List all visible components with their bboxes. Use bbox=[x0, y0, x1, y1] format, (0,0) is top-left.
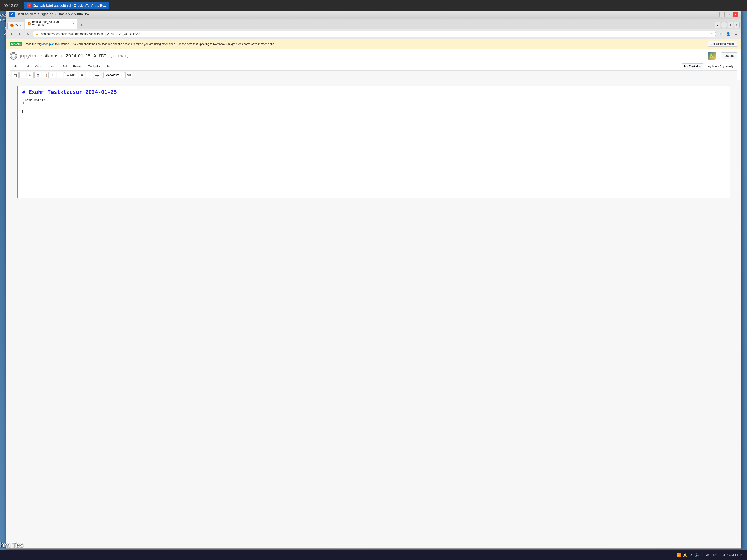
back-button[interactable]: ‹ bbox=[8, 31, 15, 37]
forward-button[interactable]: › bbox=[17, 31, 23, 37]
tab2-close[interactable]: ✕ bbox=[72, 22, 74, 25]
tab1-favicon: 🦊 bbox=[10, 24, 14, 27]
cell-cursor-area bbox=[22, 109, 726, 113]
volume-icon: 🔊 bbox=[695, 553, 699, 557]
tab-ctrl-close[interactable]: ✕ bbox=[734, 22, 740, 28]
browser-tabs-bar: 🦊 Y/ ✕ J testklausur_2024-01-25_AUTO ✕ +… bbox=[6, 19, 741, 29]
cut-cell-button[interactable]: ✂ bbox=[27, 72, 34, 78]
refresh-button[interactable]: ↻ bbox=[25, 31, 31, 37]
cell-heading: # Exahm Testklausur 2024-01-25 bbox=[22, 89, 726, 95]
move-down-button[interactable]: ↓ bbox=[57, 72, 63, 78]
jupyter-toolbar: 💾 + ✂ ⊡ 📋 ↑ ↓ ▶ Run ■ C ▶▶ M bbox=[10, 71, 737, 80]
cell-type-select[interactable]: Markdown ∨ bbox=[103, 72, 125, 78]
migration-plan-link[interactable]: migration plan bbox=[37, 43, 54, 46]
update-badge: UPDATE bbox=[10, 42, 22, 46]
notebook-cell-1[interactable]: # Exahm Testklausur 2024-01-25 Diese Dat… bbox=[17, 86, 730, 198]
address-url: localhost:8888/nbclassic/notebooks/Y/tes… bbox=[40, 32, 709, 36]
bottom-left-partial-text: hm Tes bbox=[0, 541, 23, 549]
browser-content: UPDATE Read the migration plan to Notebo… bbox=[6, 39, 741, 549]
update-text: Read the migration plan to Notebook 7 to… bbox=[25, 42, 705, 46]
tab2-label: testklausur_2024-01-25_AUTO bbox=[32, 20, 71, 27]
tab-scroll-down[interactable]: ∨ bbox=[715, 22, 720, 28]
menu-kernel[interactable]: Kernel bbox=[70, 63, 85, 69]
vbox-window-controls: — □ ✕ bbox=[719, 12, 738, 17]
close-button[interactable]: ✕ bbox=[733, 12, 738, 17]
cell-content-1[interactable]: # Exahm Testklausur 2024-01-25 Diese Dat… bbox=[18, 86, 730, 198]
move-up-button[interactable]: ↑ bbox=[49, 72, 56, 78]
keyboard-shortcut-button[interactable]: ⌨ bbox=[126, 72, 132, 78]
tab-ctrl-minus[interactable]: − bbox=[721, 22, 727, 28]
tab-2[interactable]: J testklausur_2024-01-25_AUTO ✕ bbox=[25, 19, 77, 29]
jupyter-menu-bar: File Edit View Insert Cell Kernel Widget… bbox=[10, 62, 737, 71]
cell-type-label: Markdown bbox=[105, 74, 119, 77]
copy-cell-button[interactable]: ⊡ bbox=[34, 72, 41, 78]
tab-scroll-controls: ∨ − + ✕ bbox=[715, 22, 740, 28]
run-label: Run bbox=[70, 74, 75, 77]
tab-1[interactable]: 🦊 Y/ ✕ bbox=[7, 22, 24, 29]
run-icon: ▶ bbox=[67, 74, 69, 77]
kernel-info-text: Python 3 (ipykernel) ○ bbox=[708, 65, 736, 68]
vbox-app-icon: V bbox=[9, 11, 15, 17]
minimize-button[interactable]: — bbox=[719, 12, 725, 17]
cell-text-line1: Diese Datei: bbox=[22, 98, 726, 102]
bell-icon: 🔔 bbox=[683, 553, 687, 557]
menu-icon[interactable]: ≡ bbox=[733, 31, 739, 37]
not-trusted-button[interactable]: Not Trusted ✏ bbox=[682, 63, 703, 69]
update-banner: UPDATE Read the migration plan to Notebo… bbox=[6, 39, 741, 49]
not-trusted-label: Not Trusted bbox=[684, 65, 698, 68]
desktop: 09:13:02 V DsciLab [wird ausgeführt] - O… bbox=[0, 0, 747, 560]
status-icons: 📶 🔔 🖥 🔊 21 Mai, 09:13 STRG-RECHTS bbox=[677, 553, 743, 557]
kernel-info: Python 3 (ipykernel) ○ bbox=[708, 65, 736, 68]
menu-help[interactable]: Help bbox=[103, 63, 115, 69]
statusbar-date: 21 Mai, 09:13 bbox=[701, 554, 719, 557]
run-button[interactable]: ▶ Run bbox=[64, 72, 78, 78]
maximize-button[interactable]: □ bbox=[726, 12, 731, 17]
browser-extras: 📖 👤 ≡ bbox=[718, 31, 739, 37]
statusbar-strg: STRG-RECHTS bbox=[722, 554, 743, 557]
kernel-area: Not Trusted ✏ | Python 3 (ipykernel) ○ bbox=[682, 63, 737, 69]
new-tab-button[interactable]: + bbox=[78, 22, 85, 29]
tab1-close[interactable]: ✕ bbox=[20, 24, 22, 27]
bookmark-icon[interactable]: ☆ bbox=[710, 32, 713, 36]
tab1-label: Y/ bbox=[15, 24, 18, 27]
logout-button[interactable]: Logout bbox=[721, 52, 737, 59]
tab-ctrl-plus[interactable]: + bbox=[727, 22, 733, 28]
browser-addressbar: ‹ › ↻ 🔒 localhost:8888/nbclassic/noteboo… bbox=[6, 29, 741, 39]
menu-widgets[interactable]: Widgets bbox=[85, 63, 102, 69]
python-icon: 🐍 bbox=[707, 51, 716, 60]
cell-text-line2: * bbox=[22, 102, 726, 106]
tab2-favicon: J bbox=[28, 22, 31, 25]
menu-view[interactable]: View bbox=[32, 63, 45, 69]
interrupt-button[interactable]: C bbox=[86, 72, 93, 78]
jupyter-brand-name: jupyter bbox=[20, 53, 37, 59]
toolbar-separator bbox=[102, 73, 102, 78]
profile-icon[interactable]: 👤 bbox=[725, 31, 731, 37]
cursor bbox=[22, 110, 23, 113]
restart-button[interactable]: ▶▶ bbox=[94, 72, 100, 78]
jupyter-notebook-title: testklausur_2024-01-25_AUTO bbox=[40, 53, 106, 59]
vbox-window-title: DsciLab [wird ausgeführt] - Oracle VM Vi… bbox=[17, 12, 719, 16]
jupyter-brand-bar: jupyter testklausur_2024-01-25_AUTO (aut… bbox=[10, 51, 737, 60]
add-cell-button[interactable]: + bbox=[20, 72, 26, 78]
network-icon: 📶 bbox=[677, 553, 681, 557]
save-toolbar-button[interactable]: 💾 bbox=[12, 72, 19, 78]
pencil-icon: ✏ bbox=[699, 65, 701, 68]
stop-button[interactable]: ■ bbox=[79, 72, 85, 78]
taskbar-top: 09:13:02 V DsciLab [wird ausgeführt] - O… bbox=[0, 0, 747, 11]
dont-show-button[interactable]: Don't show anymore bbox=[708, 41, 737, 47]
address-bar[interactable]: 🔒 localhost:8888/nbclassic/notebooks/Y/t… bbox=[33, 31, 716, 37]
taskbar-vbox-title: DsciLab [wird ausgeführt] - Oracle VM Vi… bbox=[33, 4, 106, 8]
taskbar-vbox-button[interactable]: V DsciLab [wird ausgeführt] - Oracle VM … bbox=[24, 2, 109, 9]
taskbar-time: 09:13:02 bbox=[4, 4, 18, 8]
reader-view-icon[interactable]: 📖 bbox=[718, 31, 724, 37]
dropdown-chevron-icon: ∨ bbox=[121, 74, 123, 77]
menu-file[interactable]: File bbox=[10, 63, 20, 69]
menu-cell[interactable]: Cell bbox=[59, 63, 70, 69]
menu-edit[interactable]: Edit bbox=[21, 63, 31, 69]
menu-insert[interactable]: Insert bbox=[45, 63, 58, 69]
lock-icon: 🔒 bbox=[36, 32, 39, 35]
paste-cell-button[interactable]: 📋 bbox=[42, 72, 49, 78]
statusbar-bottom: 📶 🔔 🖥 🔊 21 Mai, 09:13 STRG-RECHTS bbox=[0, 550, 747, 560]
python-snake-logo: 🐍 bbox=[707, 52, 716, 60]
vbox-icon: V bbox=[27, 3, 31, 8]
